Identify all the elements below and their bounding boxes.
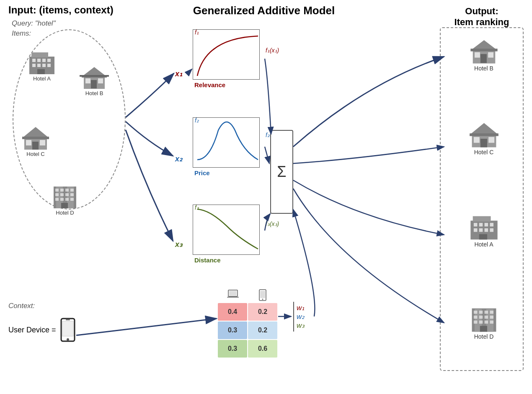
svg-rect-67: [490, 223, 493, 227]
w2-label: w₂: [297, 312, 305, 321]
svg-rect-29: [65, 189, 69, 192]
ranked-hotel-d-label: Hotel D: [474, 333, 494, 340]
feature3-name: Distance: [194, 257, 221, 264]
svg-rect-77: [479, 311, 483, 314]
svg-rect-68: [473, 228, 477, 232]
svg-rect-59: [473, 137, 479, 143]
query-label: Query: "hotel": [12, 19, 147, 28]
svg-rect-6: [32, 64, 36, 67]
svg-rect-85: [479, 321, 483, 324]
hotel-b-icon: Hotel B: [80, 65, 109, 96]
svg-rect-10: [37, 69, 45, 74]
weight-matrix: 0.4 0.2 0.3 0.2 0.3 0.6: [218, 289, 277, 358]
f3x3-label: f₃(x₃): [266, 220, 279, 227]
matrix-row-1: 0.4 0.2: [218, 303, 277, 321]
svg-rect-80: [473, 316, 477, 319]
x1-label: x₁: [175, 69, 182, 78]
svg-rect-66: [484, 223, 488, 227]
svg-rect-48: [260, 291, 265, 298]
context-label: Context:: [8, 302, 35, 310]
feature1-graph: f₁ Sub-score: [193, 29, 260, 80]
svg-rect-22: [40, 140, 45, 145]
feature1-block: f₁ Sub-score Relevance: [193, 29, 260, 88]
matrix-row-2: 0.3 0.2: [218, 321, 277, 339]
cell-r1c1: 0.4: [218, 303, 247, 321]
svg-rect-30: [70, 189, 74, 192]
svg-rect-81: [479, 316, 483, 319]
cell-r3c2: 0.6: [248, 340, 277, 358]
svg-rect-45: [229, 291, 237, 296]
output-title-1: Output:: [440, 6, 524, 17]
svg-rect-36: [60, 198, 64, 201]
w1-label: w₁: [297, 303, 305, 312]
svg-rect-53: [475, 52, 480, 58]
x2-label: x₂: [175, 154, 182, 163]
svg-point-42: [67, 338, 69, 341]
svg-rect-76: [473, 311, 477, 314]
feature2-graph: f₂ Sub-score: [193, 117, 260, 168]
svg-rect-37: [65, 198, 69, 201]
svg-rect-34: [70, 193, 74, 196]
col-header-mobile: [248, 289, 277, 302]
ranked-hotel-b-label: Hotel B: [474, 65, 493, 72]
input-title: Input: (items, context): [8, 4, 147, 16]
svg-rect-38: [70, 198, 74, 201]
feature2-block: f₂ Sub-score Price: [193, 117, 260, 176]
ranked-hotel-a: Hotel A: [446, 214, 522, 248]
ranked-hotel-b: Hotel B: [446, 38, 522, 72]
svg-rect-65: [479, 223, 483, 227]
cell-r2c1: 0.3: [218, 321, 247, 339]
hotel-c-label: Hotel C: [26, 151, 44, 157]
svg-rect-88: [480, 326, 487, 332]
svg-rect-35: [55, 198, 59, 201]
svg-rect-60: [488, 137, 494, 143]
svg-rect-15: [98, 78, 103, 83]
svg-rect-14: [85, 78, 90, 83]
svg-rect-63: [473, 216, 491, 222]
hotel-a-icon: Hotel A: [27, 50, 57, 82]
svg-rect-61: [480, 139, 487, 147]
svg-rect-55: [480, 54, 486, 63]
hotel-b-label: Hotel B: [85, 90, 103, 96]
ranked-hotel-c: Hotel C: [446, 122, 522, 156]
svg-rect-52: [470, 49, 497, 51]
cell-r1c2: 0.2: [248, 303, 277, 321]
hotel-d-icon: Hotel D: [50, 184, 80, 216]
svg-rect-46: [227, 297, 239, 298]
svg-rect-39: [61, 203, 68, 208]
svg-rect-5: [47, 59, 51, 62]
user-device-row: User Device =: [8, 318, 75, 342]
right-panel: Output: Item ranking: [440, 4, 524, 28]
hotel-c-icon: Hotel C: [21, 126, 50, 157]
svg-rect-2: [32, 59, 36, 62]
svg-rect-70: [484, 228, 488, 232]
f1x1-label: f₁(x₁): [266, 47, 279, 54]
svg-rect-28: [60, 189, 64, 192]
feature1-name: Relevance: [194, 81, 225, 88]
feature3-graph: f₃ Sub-score: [193, 205, 260, 255]
left-panel: Input: (items, context) Query: "hotel" I…: [8, 4, 147, 38]
output-title-2: Item ranking: [440, 17, 524, 28]
gam-title: Generalized Additive Model: [159, 4, 369, 17]
cell-r2c2: 0.2: [248, 321, 277, 339]
svg-rect-21: [26, 140, 31, 145]
svg-rect-84: [473, 321, 477, 324]
svg-rect-82: [484, 316, 488, 319]
svg-rect-64: [473, 223, 477, 227]
col-header-desktop: [218, 289, 248, 302]
svg-marker-18: [22, 127, 49, 138]
svg-rect-71: [490, 228, 493, 232]
feature2-name: Price: [194, 169, 210, 176]
svg-rect-7: [37, 64, 41, 67]
sigma-box: Σ: [270, 130, 293, 214]
svg-rect-31: [55, 193, 59, 196]
middle-panel: Generalized Additive Model: [159, 4, 369, 17]
svg-point-49: [262, 299, 263, 300]
svg-rect-20: [22, 137, 49, 139]
svg-rect-1: [31, 52, 48, 57]
svg-rect-78: [484, 311, 488, 314]
hotel-a-label: Hotel A: [33, 75, 51, 82]
svg-rect-79: [490, 311, 493, 314]
svg-rect-58: [470, 133, 498, 136]
svg-rect-8: [42, 64, 46, 67]
